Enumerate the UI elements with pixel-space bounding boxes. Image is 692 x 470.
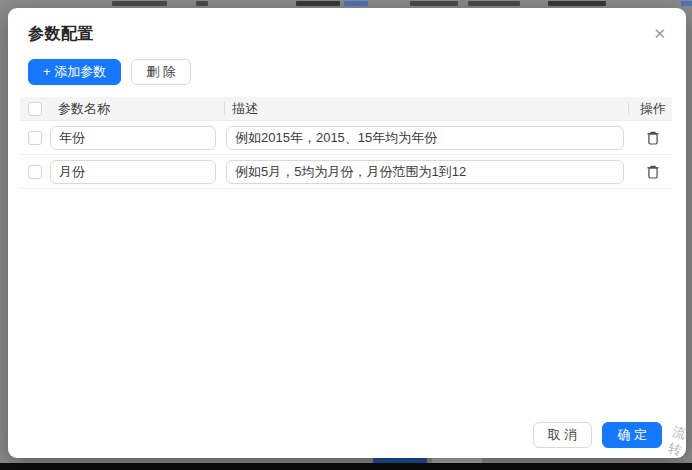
bg-text-fragment	[196, 1, 208, 6]
bg-text-fragment	[548, 1, 606, 6]
parameter-description-input[interactable]	[226, 160, 624, 184]
cancel-button[interactable]: 取 消	[533, 422, 593, 448]
add-parameter-button[interactable]: + 添加参数	[28, 59, 121, 85]
bg-text-fragment	[296, 1, 340, 6]
dialog-title: 参数配置	[28, 24, 94, 45]
dialog-toolbar: + 添加参数 删 除	[28, 59, 672, 85]
action-cell	[628, 162, 672, 182]
delete-row-button[interactable]	[644, 128, 662, 148]
description-cell	[224, 160, 628, 184]
description-cell	[224, 126, 628, 150]
dialog-footer: 取 消 确 定	[533, 422, 662, 448]
table-header-row: 参数名称 描述 操作	[20, 97, 672, 121]
parameter-table: 参数名称 描述 操作	[20, 97, 672, 189]
name-cell	[50, 160, 224, 184]
parameter-config-dialog: 参数配置 ✕ + 添加参数 删 除 参数名称 描述 操作	[8, 8, 686, 458]
table-row	[20, 121, 672, 155]
bottom-black-bar	[0, 463, 692, 470]
bg-text-fragment	[112, 1, 167, 6]
bg-text-fragment	[681, 1, 692, 6]
dialog-header: 参数配置 ✕	[20, 24, 672, 45]
column-header-description: 描述	[224, 97, 628, 120]
select-all-checkbox[interactable]	[28, 102, 42, 116]
bg-text-fragment	[468, 1, 520, 6]
column-header-name: 参数名称	[50, 97, 224, 120]
row-checkbox-cell	[20, 165, 50, 179]
header-checkbox-cell	[20, 102, 50, 116]
delete-row-button[interactable]	[644, 162, 662, 182]
parameter-name-input[interactable]	[50, 160, 216, 184]
parameter-name-input[interactable]	[50, 126, 216, 150]
action-cell	[628, 128, 672, 148]
column-header-action: 操作	[628, 97, 672, 120]
bg-text-fragment	[410, 1, 458, 6]
row-checkbox[interactable]	[28, 165, 42, 179]
watermark-char: 转	[667, 439, 684, 459]
row-checkbox[interactable]	[28, 131, 42, 145]
table-row	[20, 155, 672, 189]
trash-icon	[646, 164, 660, 180]
name-cell	[50, 126, 224, 150]
trash-icon	[646, 130, 660, 146]
close-icon[interactable]: ✕	[649, 24, 670, 43]
row-checkbox-cell	[20, 131, 50, 145]
watermark-fragment: 流 转	[663, 422, 691, 460]
watermark-char: 流	[671, 423, 688, 443]
parameter-description-input[interactable]	[226, 126, 624, 150]
delete-button[interactable]: 删 除	[131, 59, 191, 85]
confirm-button[interactable]: 确 定	[602, 422, 662, 448]
bg-text-fragment	[344, 1, 368, 6]
